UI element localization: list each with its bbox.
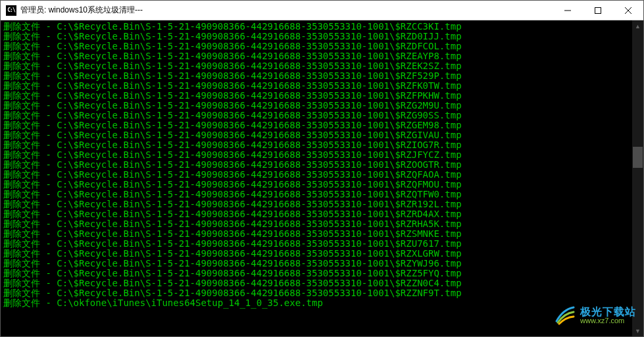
- terminal-line: 删除文件 - C:\okfone\iTunes\iTunes64Setup_14…: [3, 298, 632, 308]
- terminal-output: 删除文件 - C:\$Recycle.Bin\S-1-5-21-49090836…: [1, 20, 632, 336]
- terminal-line: 删除文件 - C:\$Recycle.Bin\S-1-5-21-49090836…: [3, 150, 632, 160]
- terminal-line: 删除文件 - C:\$Recycle.Bin\S-1-5-21-49090836…: [3, 140, 632, 150]
- titlebar[interactable]: C:\ 管理员: windows10系统垃圾清理---: [1, 1, 643, 20]
- svg-rect-1: [595, 7, 601, 13]
- terminal-line: 删除文件 - C:\$Recycle.Bin\S-1-5-21-49090836…: [3, 32, 632, 41]
- terminal-line: 删除文件 - C:\$Recycle.Bin\S-1-5-21-49090836…: [3, 91, 632, 101]
- scroll-thumb[interactable]: [633, 147, 643, 168]
- terminal-line: 删除文件 - C:\$Recycle.Bin\S-1-5-21-49090836…: [3, 190, 632, 199]
- scroll-down-arrow[interactable]: ▼: [632, 325, 643, 336]
- terminal-line: 删除文件 - C:\$Recycle.Bin\S-1-5-21-49090836…: [3, 51, 632, 61]
- terminal-line: 删除文件 - C:\$Recycle.Bin\S-1-5-21-49090836…: [3, 71, 632, 81]
- window-title: 管理员: windows10系统垃圾清理---: [20, 5, 553, 16]
- cmd-icon: C:\: [6, 5, 16, 16]
- terminal-line: 删除文件 - C:\$Recycle.Bin\S-1-5-21-49090836…: [3, 209, 632, 219]
- terminal-line: 删除文件 - C:\$Recycle.Bin\S-1-5-21-49090836…: [3, 239, 632, 249]
- terminal-line: 删除文件 - C:\$Recycle.Bin\S-1-5-21-49090836…: [3, 229, 632, 239]
- terminal-line: 删除文件 - C:\$Recycle.Bin\S-1-5-21-49090836…: [3, 278, 632, 288]
- terminal-line: 删除文件 - C:\$Recycle.Bin\S-1-5-21-49090836…: [3, 269, 632, 278]
- window-controls: [553, 1, 643, 20]
- terminal-line: 删除文件 - C:\$Recycle.Bin\S-1-5-21-49090836…: [3, 101, 632, 111]
- terminal-line: 删除文件 - C:\$Recycle.Bin\S-1-5-21-49090836…: [3, 180, 632, 190]
- minimize-button[interactable]: [553, 1, 583, 20]
- terminal-line: 删除文件 - C:\$Recycle.Bin\S-1-5-21-49090836…: [3, 111, 632, 120]
- terminal-line: 删除文件 - C:\$Recycle.Bin\S-1-5-21-49090836…: [3, 259, 632, 269]
- terminal-line: 删除文件 - C:\$Recycle.Bin\S-1-5-21-49090836…: [3, 199, 632, 209]
- maximize-button[interactable]: [583, 1, 613, 20]
- close-button[interactable]: [613, 1, 643, 20]
- terminal-line: 删除文件 - C:\$Recycle.Bin\S-1-5-21-49090836…: [3, 61, 632, 71]
- terminal-line: 删除文件 - C:\$Recycle.Bin\S-1-5-21-49090836…: [3, 160, 632, 170]
- terminal-line: 删除文件 - C:\$Recycle.Bin\S-1-5-21-49090836…: [3, 249, 632, 259]
- terminal-line: 删除文件 - C:\$Recycle.Bin\S-1-5-21-49090836…: [3, 288, 632, 298]
- vertical-scrollbar[interactable]: ▲ ▼: [632, 20, 643, 336]
- terminal-line: 删除文件 - C:\$Recycle.Bin\S-1-5-21-49090836…: [3, 219, 632, 229]
- scroll-up-arrow[interactable]: ▲: [632, 20, 643, 32]
- terminal-line: 删除文件 - C:\$Recycle.Bin\S-1-5-21-49090836…: [3, 130, 632, 140]
- terminal-line: 删除文件 - C:\$Recycle.Bin\S-1-5-21-49090836…: [3, 41, 632, 51]
- terminal-line: 删除文件 - C:\$Recycle.Bin\S-1-5-21-49090836…: [3, 120, 632, 130]
- window-frame: C:\ 管理员: windows10系统垃圾清理--- 删除文件 - C:\$R…: [0, 0, 644, 337]
- terminal-line: 删除文件 - C:\$Recycle.Bin\S-1-5-21-49090836…: [3, 22, 632, 32]
- terminal-line: 删除文件 - C:\$Recycle.Bin\S-1-5-21-49090836…: [3, 170, 632, 180]
- terminal-line: 删除文件 - C:\$Recycle.Bin\S-1-5-21-49090836…: [3, 81, 632, 91]
- terminal-body: 删除文件 - C:\$Recycle.Bin\S-1-5-21-49090836…: [1, 20, 643, 336]
